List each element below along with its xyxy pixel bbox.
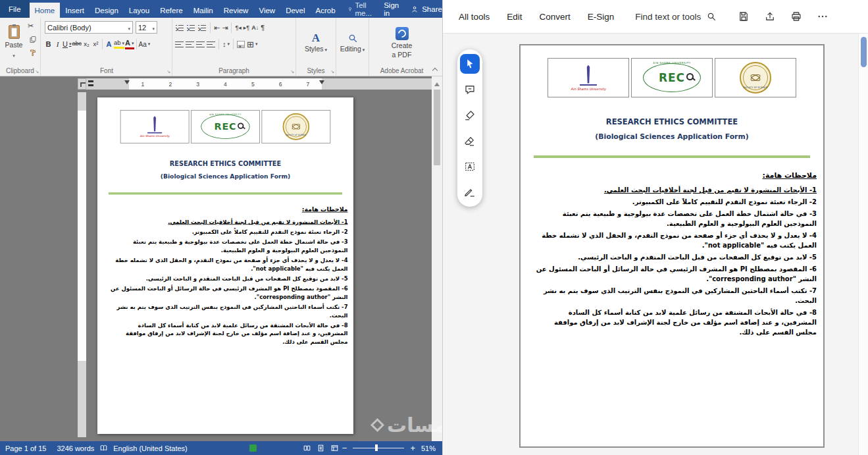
tab-view[interactable]: View (253, 3, 280, 18)
tab-developer[interactable]: Devel (280, 3, 310, 18)
print-layout-icon[interactable] (317, 444, 325, 452)
align-left-button[interactable] (175, 41, 184, 47)
tab-selector[interactable] (78, 78, 86, 90)
word-document-page[interactable]: Ain Shams University AIN SHAMS UNIVERSIT… (97, 97, 353, 434)
superscript-button[interactable]: x² (91, 41, 100, 47)
font-color-button[interactable]: A (125, 39, 134, 49)
highlight-tool[interactable] (460, 105, 480, 125)
italic-button[interactable]: I (53, 40, 62, 48)
print-button[interactable] (786, 7, 806, 26)
menu-edit[interactable]: Edit (507, 12, 522, 22)
upload-icon (764, 11, 776, 22)
tab-review[interactable]: Review (218, 3, 254, 18)
format-painter-button[interactable] (28, 47, 38, 57)
acrobat-vertical-scrollbar[interactable] (858, 34, 868, 455)
tell-me-box[interactable]: Tell me... (344, 0, 379, 18)
vertical-ruler[interactable] (78, 92, 86, 437)
bold-button[interactable]: B (44, 40, 53, 48)
tab-layout[interactable]: Layou (124, 3, 155, 18)
find-text-or-tools[interactable]: Find text or tools (635, 11, 717, 22)
screen: File Home Insert Design Layou Refere Mai… (0, 0, 868, 455)
font-name-dropdown[interactable]: Calibri (Body) (45, 21, 133, 34)
align-right-button[interactable] (196, 41, 205, 47)
sign-in-button[interactable]: Sign in (378, 0, 404, 18)
font-size-dropdown[interactable]: 12 (136, 21, 157, 34)
menu-esign[interactable]: E-Sign (588, 12, 615, 22)
multilevel-list-button[interactable] (197, 24, 207, 32)
zoom-slider[interactable] (353, 448, 404, 448)
shading-button[interactable] (237, 41, 245, 48)
page-count-status[interactable]: Page 1 of 15 (0, 444, 51, 452)
sort-button[interactable] (251, 24, 259, 31)
underline-button[interactable]: U (63, 40, 71, 48)
read-mode-icon[interactable] (303, 444, 311, 452)
styles-button[interactable]: A Styles (297, 20, 334, 65)
fill-and-sign-tool[interactable] (460, 182, 480, 202)
zoom-out-button[interactable] (339, 443, 351, 453)
web-layout-icon[interactable] (330, 444, 339, 452)
scrollbar-thumb[interactable] (434, 90, 440, 165)
indent-marker[interactable] (124, 80, 130, 87)
dialog-launcher-icon[interactable] (166, 69, 170, 74)
zoom-in-button[interactable] (407, 443, 419, 453)
justify-button[interactable] (207, 41, 215, 47)
scroll-up-arrow-icon[interactable] (434, 80, 440, 86)
copy-button[interactable] (28, 34, 38, 44)
tab-design[interactable]: Design (89, 3, 124, 18)
tab-mailings[interactable]: Mailin (188, 3, 218, 18)
proofing-book-icon[interactable] (99, 444, 108, 452)
tab-acrobat[interactable]: Acrob (311, 3, 341, 18)
dialog-launcher-icon[interactable] (290, 69, 294, 74)
strikethrough-button[interactable]: abc (72, 41, 82, 47)
adobe-group-label: Adobe Acrobat (369, 67, 434, 74)
divider (102, 39, 103, 49)
decrease-indent-button[interactable] (214, 24, 220, 32)
bullet-list-button[interactable] (175, 24, 184, 32)
tab-file[interactable]: File (0, 0, 30, 18)
borders-button[interactable] (247, 40, 257, 49)
ltr-text-direction-button[interactable] (243, 24, 249, 31)
share-upload-button[interactable] (760, 7, 780, 26)
text-effects-button[interactable]: A (105, 40, 113, 48)
select-tool[interactable] (460, 54, 480, 74)
change-case-button[interactable]: Aa (139, 41, 151, 48)
numbered-list-button[interactable] (186, 24, 195, 32)
word-count-status[interactable]: 3246 words (51, 444, 99, 452)
magnifier-ring-icon (238, 122, 243, 128)
language-status[interactable]: English (United States) (108, 444, 193, 452)
line-spacing-button[interactable] (222, 40, 230, 48)
dialog-launcher-icon[interactable] (330, 69, 334, 74)
more-options-button[interactable] (813, 7, 832, 26)
rtl-text-direction-button[interactable] (235, 24, 241, 31)
tab-stop-markers[interactable] (88, 80, 93, 87)
subscript-button[interactable]: x₂ (82, 41, 91, 47)
menu-all-tools[interactable]: All tools (459, 12, 490, 22)
word-vertical-scrollbar[interactable] (432, 76, 442, 441)
eraser-tool[interactable] (460, 131, 480, 151)
increase-indent-button[interactable] (222, 24, 228, 32)
save-button[interactable] (734, 7, 753, 26)
cut-button[interactable] (28, 21, 38, 31)
scrollbar-thumb[interactable] (861, 37, 867, 67)
highlight-color-button[interactable]: ab (114, 40, 124, 48)
tab-home[interactable]: Home (30, 3, 61, 18)
add-text-tool[interactable] (460, 157, 480, 176)
indent-marker[interactable] (319, 80, 324, 87)
paste-button[interactable]: Paste (2, 20, 26, 63)
macro-status-icon[interactable] (249, 444, 257, 452)
editing-button[interactable]: Editing (338, 20, 367, 65)
add-comment-tool[interactable] (460, 80, 480, 99)
collapse-ribbon-button[interactable] (432, 67, 438, 72)
align-center-button[interactable] (186, 41, 194, 47)
create-pdf-button[interactable]: Create a PDF (370, 20, 433, 65)
zoom-level[interactable]: 51% (419, 444, 442, 452)
clipboard-group: Paste Clipboard (0, 18, 41, 76)
zoom-slider-thumb[interactable] (375, 444, 378, 451)
horizontal-ruler[interactable]: 1 2 3 4 5 6 7 (86, 78, 432, 90)
show-paragraph-marks-button[interactable] (261, 24, 265, 32)
ellipsis-icon (817, 11, 829, 22)
dialog-launcher-icon[interactable] (35, 69, 39, 74)
tab-references[interactable]: Refere (155, 3, 188, 18)
menu-convert[interactable]: Convert (540, 12, 571, 22)
tab-insert[interactable]: Insert (60, 3, 89, 18)
